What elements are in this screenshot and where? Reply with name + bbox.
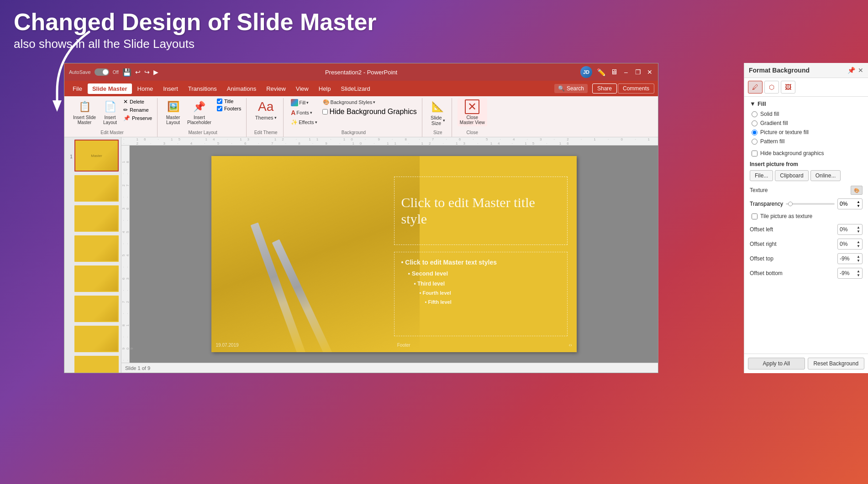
background-styles-dropdown[interactable]: 🎨 Background Styles ▾: [321, 98, 418, 106]
menu-slidelizard[interactable]: SlideLizard: [337, 83, 375, 94]
colors-label: Fill: [299, 100, 305, 105]
annotation-subtitle: also shows in all the Slide Layouts: [14, 37, 854, 51]
pen-icon[interactable]: ✏️: [597, 68, 606, 77]
master-layout-button[interactable]: 🖼️ MasterLayout: [163, 98, 183, 126]
picture-texture-fill-option[interactable]: Picture or texture fill: [752, 129, 863, 135]
vertical-ruler: · 9 · 8 · 7 · 6 · 5 · 4 · 3 · 2 · 1 · 0 …: [121, 146, 130, 363]
insert-placeholder-button[interactable]: 📌 InsertPlaceholder: [185, 98, 214, 126]
transparency-row: Transparency 0% ▲▼: [750, 198, 863, 209]
slide-thumb-3[interactable]: [74, 205, 119, 232]
delete-button[interactable]: ✕ Delete: [122, 98, 153, 105]
slide-thumb-wrapper-1: 1 Master: [67, 140, 119, 173]
slide-with-ruler: · 9 · 8 · 7 · 6 · 5 · 4 · 3 · 2 · 1 · 0 …: [121, 146, 658, 363]
user-avatar[interactable]: JD: [580, 66, 592, 78]
texture-button[interactable]: 🎨: [851, 186, 863, 195]
menu-home[interactable]: Home: [133, 83, 158, 94]
menu-help[interactable]: Help: [314, 83, 336, 94]
search-box[interactable]: 🔍 Search: [554, 84, 588, 93]
restore-button[interactable]: ❐: [634, 68, 642, 76]
save-icon[interactable]: 💾: [122, 68, 132, 77]
tab-effects[interactable]: ⬡: [764, 81, 779, 94]
slide-thumb-6[interactable]: [74, 296, 119, 322]
hide-bg-graphics-checkbox-panel[interactable]: Hide background graphics: [750, 150, 863, 156]
tab-fill[interactable]: 🖊: [748, 81, 763, 94]
slide-number-1: 1: [67, 154, 73, 159]
apply-to-all-button[interactable]: Apply to All: [748, 358, 805, 370]
undo-icon[interactable]: ↩: [135, 68, 141, 76]
slide-thumb-7[interactable]: [74, 326, 119, 352]
offset-right-input[interactable]: 0% ▲▼: [837, 239, 863, 250]
fonts-dropdown[interactable]: A Fonts ▾: [289, 108, 319, 117]
menu-view[interactable]: View: [291, 83, 313, 94]
themes-button[interactable]: Aa Themes ▾: [252, 98, 279, 122]
hide-bg-label: Hide Background Graphics: [330, 108, 417, 116]
offset-bottom-input[interactable]: -9% ▲▼: [837, 268, 863, 279]
gradient-fill-option[interactable]: Gradient fill: [752, 120, 863, 126]
fill-label: Fill: [758, 100, 766, 107]
panel-title: Format Background: [749, 67, 810, 74]
fill-chevron[interactable]: ▼: [750, 100, 756, 107]
offset-top-input[interactable]: -9% ▲▼: [837, 253, 863, 264]
menu-review[interactable]: Review: [262, 83, 290, 94]
effects-chevron: ▾: [315, 120, 317, 125]
present-icon[interactable]: ▶: [153, 68, 158, 76]
tile-checkbox[interactable]: Tile picture as texture: [750, 213, 863, 219]
preserve-button[interactable]: 📌 Preserve: [122, 114, 153, 122]
tab-picture[interactable]: 🖼: [781, 81, 795, 94]
rename-button[interactable]: ✏ Rename: [122, 106, 153, 114]
content-level2: • Second level: [401, 268, 560, 279]
slide-content-box[interactable]: • Click to edit Master text styles • Sec…: [394, 252, 568, 336]
panel-pin-icon[interactable]: 📌: [847, 67, 855, 74]
online-button[interactable]: Online...: [810, 170, 841, 181]
close-master-view-button[interactable]: ✕ CloseMaster View: [458, 98, 487, 126]
gradient-fill-label: Gradient fill: [760, 120, 788, 126]
colors-dropdown[interactable]: Fill ▾: [289, 98, 319, 107]
fonts-icon: A: [291, 109, 295, 116]
menu-animations[interactable]: Animations: [222, 83, 261, 94]
redo-icon[interactable]: ↪: [144, 68, 150, 76]
picture-texture-label: Picture or texture fill: [760, 129, 809, 135]
slide-title-box[interactable]: Click to edit Master title style: [394, 177, 568, 245]
solid-fill-option[interactable]: Solid fill: [752, 111, 863, 117]
autosave-state: Off: [113, 70, 119, 75]
reset-background-button[interactable]: Reset Background: [808, 358, 865, 370]
menu-insert[interactable]: Insert: [158, 83, 183, 94]
effects-label: Effects: [299, 120, 314, 125]
comments-button[interactable]: Comments: [618, 83, 654, 94]
share-button[interactable]: Share: [592, 83, 617, 94]
transparency-slider[interactable]: [786, 203, 835, 205]
monitor-icon[interactable]: 🖥: [610, 68, 618, 76]
panel-close-icon[interactable]: ✕: [858, 67, 863, 74]
slide-thumb-4[interactable]: [74, 235, 119, 262]
effects-dropdown[interactable]: ✨ Effects ▾: [289, 118, 319, 126]
title-bar-right: JD ✏️ 🖥 – ❐ ✕: [458, 66, 653, 78]
clipboard-button[interactable]: Clipboard: [775, 170, 808, 181]
ribbon-group-background: Fill ▾ A Fonts ▾ ✨ Effects ▾: [285, 98, 422, 137]
minimize-button[interactable]: –: [622, 68, 630, 76]
slide-thumb-5[interactable]: [74, 265, 119, 292]
master-layout-label: Master Layout: [188, 128, 217, 135]
title-checkbox[interactable]: Title: [216, 98, 242, 104]
close-button[interactable]: ✕: [646, 68, 653, 76]
slide-thumb-2[interactable]: [74, 175, 119, 202]
transparency-thumb: [788, 202, 793, 206]
hide-bg-graphics-checkbox[interactable]: Hide Background Graphics: [321, 107, 418, 116]
effects-icon: ✨: [291, 119, 298, 125]
slide-thumb-1[interactable]: Master: [74, 140, 119, 172]
master-layout-col: Title Footers: [216, 98, 242, 112]
menu-transitions[interactable]: Transitions: [184, 83, 221, 94]
offset-left-input[interactable]: 0% ▲▼: [837, 224, 863, 235]
slide-main[interactable]: Click to edit Master title style • Click…: [211, 156, 577, 352]
footers-checkbox[interactable]: Footers: [216, 105, 242, 112]
transparency-value[interactable]: 0% ▲▼: [837, 198, 863, 209]
slide-size-button[interactable]: 📐 SlideSize ▾: [428, 98, 448, 127]
slide-thumb-wrapper-3: [67, 205, 119, 234]
file-button[interactable]: File...: [750, 170, 773, 181]
slide-area-wrapper: · 16 · 15 · 14 · 13 · 12 · 11 · 10 · 9 ·…: [121, 137, 658, 373]
slide-panel[interactable]: 1 Master: [64, 137, 121, 373]
pattern-fill-option[interactable]: Pattern fill: [752, 138, 863, 145]
slide-area[interactable]: Click to edit Master title style • Click…: [130, 146, 658, 363]
slide-thumb-8[interactable]: [74, 356, 119, 373]
offset-right-value: 0%: [840, 241, 847, 247]
slide-thumb-wrapper-6: [67, 296, 119, 324]
